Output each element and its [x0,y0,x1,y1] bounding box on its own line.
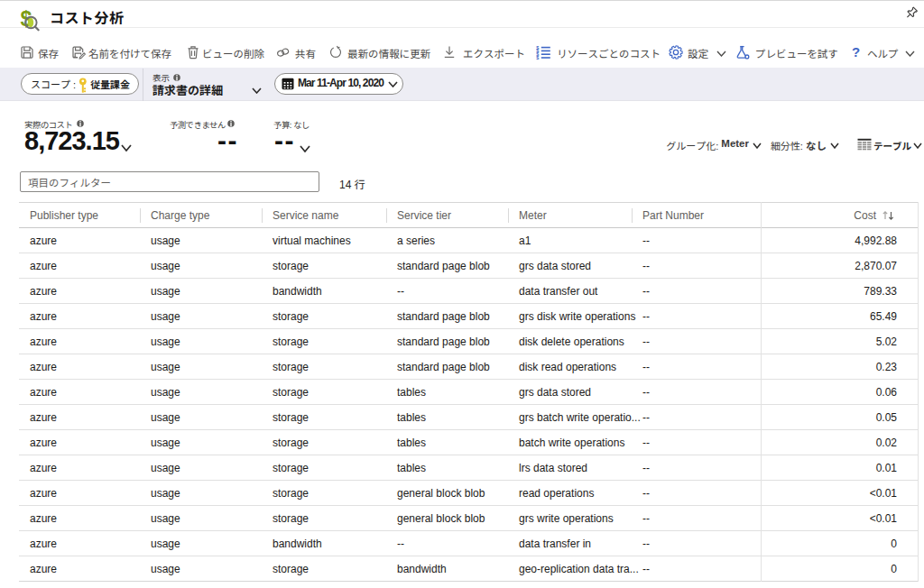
svg-text:$: $ [536,55,539,60]
